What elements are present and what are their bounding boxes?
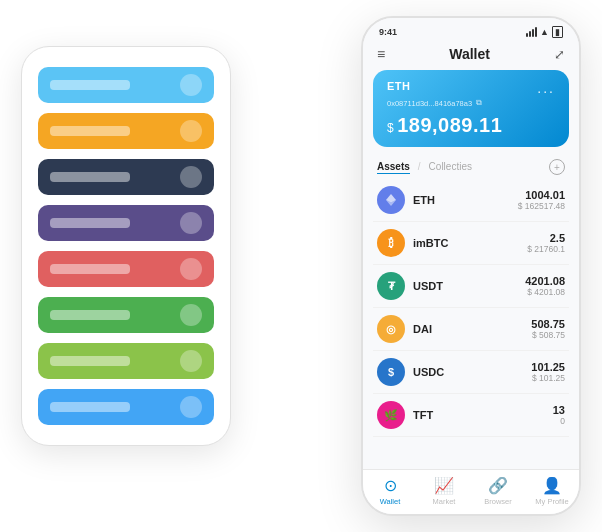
profile-nav-icon: 👤 [542,476,562,495]
eth-card[interactable]: ETH ... 0x08711d3d...8416a78a3 ⧉ $189,08… [373,70,569,147]
page-title: Wallet [449,46,490,62]
dai-asset-icon: ◎ [377,315,405,343]
imbtc-asset-amount: 2.5 [527,232,565,244]
card-icon [180,350,202,372]
imbtc-asset-amounts: 2.5 $ 21760.1 [527,232,565,254]
copy-icon[interactable]: ⧉ [476,98,482,108]
tft-asset-icon: 🌿 [377,401,405,429]
eth-balance: $189,089.11 [387,114,555,137]
signal-icon [526,27,537,37]
wallet-card-red[interactable] [38,251,214,287]
usdt-asset-icon: ₮ [377,272,405,300]
list-item[interactable]: ₮ USDT 4201.08 $ 4201.08 [373,265,569,308]
eth-address: 0x08711d3d...8416a78a3 ⧉ [387,98,555,108]
usdt-asset-usd: $ 4201.08 [525,287,565,297]
usdt-asset-amounts: 4201.08 $ 4201.08 [525,275,565,297]
wallet-card-green[interactable] [38,297,214,333]
eth-asset-amount: 1004.01 [518,189,565,201]
tft-asset-usd: 0 [553,416,565,426]
eth-card-header: ETH ... [387,80,555,96]
card-label [50,264,130,274]
eth-asset-name: ETH [413,194,510,206]
wallet-card-orange[interactable] [38,113,214,149]
eth-card-menu[interactable]: ... [537,80,555,96]
card-label [50,310,130,320]
scan-icon[interactable]: ⤢ [554,47,565,62]
imbtc-asset-usd: $ 21760.1 [527,244,565,254]
wallet-card-lightgreen[interactable] [38,343,214,379]
browser-nav-icon: 🔗 [488,476,508,495]
card-label [50,356,130,366]
usdc-asset-usd: $ 101.25 [531,373,565,383]
status-icons: ▲ ▮ [526,26,563,38]
wallet-card-blue[interactable] [38,67,214,103]
usdc-asset-icon: $ [377,358,405,386]
eth-asset-icon [377,186,405,214]
dai-asset-amounts: 508.75 $ 508.75 [531,318,565,340]
usdc-asset-name: USDC [413,366,523,378]
card-label [50,218,130,228]
card-icon [180,304,202,326]
dai-asset-name: DAI [413,323,523,335]
market-nav-label: Market [433,497,456,506]
card-icon [180,396,202,418]
card-label [50,126,130,136]
bottom-nav: ⊙ Wallet 📈 Market 🔗 Browser 👤 My Profile [363,469,579,514]
tft-asset-amount: 13 [553,404,565,416]
menu-icon[interactable]: ≡ [377,46,385,62]
tab-assets[interactable]: Assets [377,161,410,174]
dai-asset-amount: 508.75 [531,318,565,330]
tft-asset-name: TFT [413,409,545,421]
imbtc-asset-icon: ₿ [377,229,405,257]
status-bar: 9:41 ▲ ▮ [363,18,579,42]
right-phone: 9:41 ▲ ▮ ≡ Wallet ⤢ ETH ... [361,16,581,516]
wallet-nav-label: Wallet [380,497,401,506]
nav-item-browser[interactable]: 🔗 Browser [471,476,525,506]
list-item[interactable]: ETH 1004.01 $ 162517.48 [373,179,569,222]
usdc-asset-amount: 101.25 [531,361,565,373]
assets-header: Assets / Collecties + [363,155,579,179]
usdt-asset-amount: 4201.08 [525,275,565,287]
asset-list: ETH 1004.01 $ 162517.48 ₿ imBTC 2.5 $ 21… [363,179,579,469]
profile-nav-label: My Profile [535,497,568,506]
tab-separator: / [418,161,421,174]
assets-tabs: Assets / Collecties [377,161,472,174]
imbtc-asset-name: imBTC [413,237,519,249]
scene: 9:41 ▲ ▮ ≡ Wallet ⤢ ETH ... [21,16,581,516]
phone-header: ≡ Wallet ⤢ [363,42,579,70]
eth-asset-amounts: 1004.01 $ 162517.48 [518,189,565,211]
list-item[interactable]: ₿ imBTC 2.5 $ 21760.1 [373,222,569,265]
eth-currency-symbol: $ [387,121,394,135]
list-item[interactable]: 🌿 TFT 13 0 [373,394,569,437]
tab-collecties[interactable]: Collecties [429,161,472,174]
card-label [50,172,130,182]
card-icon [180,166,202,188]
battery-icon: ▮ [552,26,563,38]
list-item[interactable]: $ USDC 101.25 $ 101.25 [373,351,569,394]
card-icon [180,74,202,96]
browser-nav-label: Browser [484,497,512,506]
wallet-card-purple[interactable] [38,205,214,241]
card-icon [180,258,202,280]
left-phone [21,46,231,446]
wallet-nav-icon: ⊙ [384,476,397,495]
nav-item-wallet[interactable]: ⊙ Wallet [363,476,417,506]
nav-item-profile[interactable]: 👤 My Profile [525,476,579,506]
card-label [50,402,130,412]
eth-card-label: ETH [387,80,411,92]
nav-item-market[interactable]: 📈 Market [417,476,471,506]
list-item[interactable]: ◎ DAI 508.75 $ 508.75 [373,308,569,351]
card-label [50,80,130,90]
status-time: 9:41 [379,27,397,37]
usdc-asset-amounts: 101.25 $ 101.25 [531,361,565,383]
usdt-asset-name: USDT [413,280,517,292]
wallet-card-lightblue[interactable] [38,389,214,425]
dai-asset-usd: $ 508.75 [531,330,565,340]
wifi-icon: ▲ [540,27,549,37]
add-asset-button[interactable]: + [549,159,565,175]
card-icon [180,120,202,142]
wallet-card-dark[interactable] [38,159,214,195]
card-icon [180,212,202,234]
market-nav-icon: 📈 [434,476,454,495]
tft-asset-amounts: 13 0 [553,404,565,426]
